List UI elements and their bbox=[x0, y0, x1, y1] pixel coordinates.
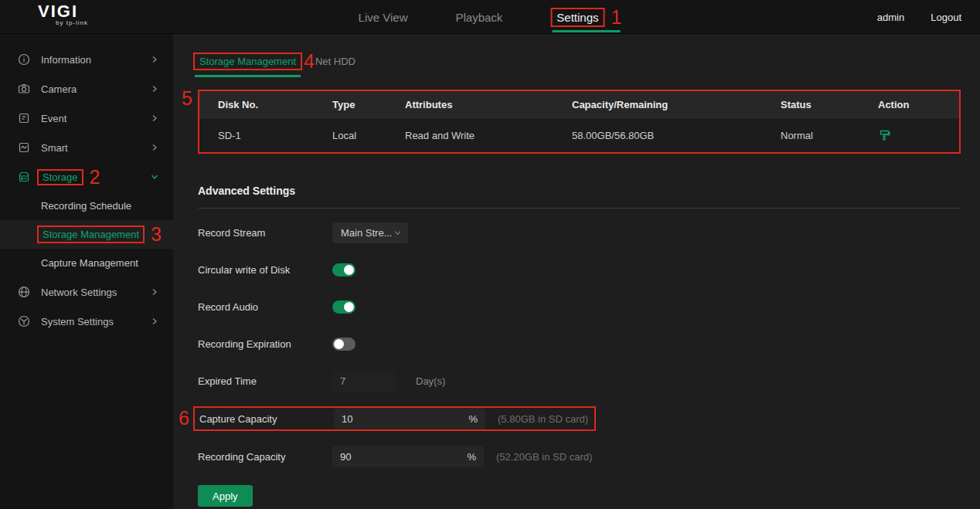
vigi-logo: VIGI by tp-link bbox=[23, 2, 93, 26]
tab-net-hdd[interactable]: Net HDD bbox=[315, 56, 356, 67]
col-action: Action bbox=[878, 99, 941, 110]
sidebar-item-label: Camera bbox=[41, 83, 77, 95]
circular-write-label: Circular write of Disk bbox=[198, 264, 332, 276]
tab-storage-management[interactable]: Storage Management bbox=[198, 53, 302, 70]
sidebar-subitem-label: Capture Management bbox=[41, 257, 138, 269]
cell-type: Local bbox=[332, 130, 405, 141]
disk-table: 5 Disk No. Type Attributes Capacity/Rema… bbox=[198, 90, 961, 154]
sidebar-item-capture-management[interactable]: Capture Management bbox=[0, 249, 173, 277]
recording-expiration-toggle[interactable] bbox=[332, 338, 356, 351]
sidebar-item-information[interactable]: Information bbox=[0, 45, 173, 74]
cell-capacity: 58.00GB/56.80GB bbox=[572, 130, 781, 141]
annotation-box-storage-management: Storage Management bbox=[37, 226, 145, 243]
nav-live-view-label: Live View bbox=[359, 11, 408, 24]
circular-write-toggle[interactable] bbox=[332, 263, 356, 277]
section-divider bbox=[198, 208, 961, 209]
recording-capacity-input[interactable] bbox=[340, 451, 467, 463]
cell-status: Normal bbox=[781, 130, 878, 141]
chevron-down-icon bbox=[150, 172, 159, 182]
record-stream-select[interactable]: Main Stre... bbox=[332, 222, 408, 243]
annotation-number-2: 2 bbox=[90, 168, 100, 187]
capture-capacity-field: % bbox=[334, 408, 485, 429]
capture-capacity-input[interactable] bbox=[342, 413, 468, 425]
sidebar-item-label: Event bbox=[41, 113, 66, 124]
sidebar-item-storage[interactable]: Storage 2 bbox=[0, 162, 173, 192]
logo-tagline: by tp-link bbox=[23, 19, 93, 26]
record-stream-label: Record Stream bbox=[198, 227, 332, 239]
cell-attributes: Read and Write bbox=[405, 130, 572, 141]
system-icon bbox=[17, 315, 30, 328]
main-content: Storage Management 4 Net HDD 5 Disk No. … bbox=[173, 34, 980, 509]
content-tabs: Storage Management 4 Net HDD bbox=[198, 51, 961, 71]
smart-icon bbox=[17, 141, 30, 154]
sidebar-item-camera[interactable]: Camera bbox=[0, 74, 173, 103]
annotation-box-tab: Storage Management bbox=[193, 53, 302, 70]
expired-time-label: Expired Time bbox=[198, 375, 332, 387]
apply-button[interactable]: Apply bbox=[198, 485, 253, 507]
sidebar: Information Camera Event Smart bbox=[0, 34, 173, 509]
col-attributes: Attributes bbox=[405, 99, 572, 110]
col-type: Type bbox=[332, 99, 405, 110]
annotation-number-4: 4 bbox=[304, 52, 315, 71]
top-header: VIGI by tp-link Live View Playback Setti… bbox=[0, 0, 980, 34]
record-audio-row: Record Audio bbox=[198, 295, 961, 318]
annotation-number-5: 5 bbox=[182, 89, 192, 108]
nav-playback-label: Playback bbox=[455, 11, 502, 24]
sidebar-item-network-settings[interactable]: Network Settings bbox=[0, 277, 173, 307]
logout-button[interactable]: Logout bbox=[931, 12, 961, 23]
record-stream-row: Record Stream Main Stre... bbox=[198, 221, 961, 244]
annotation-number-6: 6 bbox=[179, 409, 189, 428]
recording-capacity-label: Recording Capacity bbox=[198, 451, 332, 463]
capture-capacity-hint: (5.80GB in SD card) bbox=[498, 413, 588, 425]
chevron-right-icon bbox=[150, 55, 159, 64]
chevron-right-icon bbox=[150, 287, 159, 297]
record-audio-label: Record Audio bbox=[198, 301, 332, 313]
recording-expiration-label: Recording Expiration bbox=[198, 338, 332, 350]
sidebar-item-recording-schedule[interactable]: Recording Schedule bbox=[0, 192, 173, 220]
sidebar-item-system-settings[interactable]: System Settings bbox=[0, 307, 173, 336]
sidebar-item-label: Smart bbox=[41, 142, 68, 154]
annotation-box-capture-capacity: Capture Capacity % (5.80GB in SD card) bbox=[193, 406, 596, 431]
annotation-number-1: 1 bbox=[611, 8, 622, 27]
info-icon bbox=[17, 53, 30, 66]
username[interactable]: admin bbox=[877, 12, 904, 23]
expired-time-input[interactable] bbox=[332, 370, 396, 392]
camera-icon bbox=[17, 83, 30, 96]
nav-playback[interactable]: Playback bbox=[455, 0, 502, 34]
sidebar-item-smart[interactable]: Smart bbox=[0, 133, 173, 162]
toggle-knob bbox=[344, 302, 354, 312]
annotation-box-settings: Settings bbox=[550, 8, 604, 27]
top-navigation: Live View Playback Settings 1 bbox=[359, 0, 622, 34]
sidebar-item-label: Storage bbox=[43, 171, 78, 183]
sidebar-subitem-label: Recording Schedule bbox=[41, 200, 131, 212]
storage-icon bbox=[17, 171, 30, 184]
nav-settings[interactable]: Settings 1 bbox=[550, 0, 621, 34]
sidebar-subitem-label: Storage Management bbox=[43, 229, 139, 240]
event-icon bbox=[17, 112, 30, 125]
tab-label: Net HDD bbox=[315, 56, 356, 67]
sidebar-item-event[interactable]: Event bbox=[0, 103, 173, 133]
record-audio-toggle[interactable] bbox=[332, 300, 356, 314]
sidebar-item-storage-management[interactable]: Storage Management 3 bbox=[0, 220, 173, 249]
advanced-settings-form: Record Stream Main Stre... Circular writ… bbox=[198, 221, 961, 507]
header-user-area: admin Logout bbox=[877, 0, 961, 34]
chevron-right-icon bbox=[150, 317, 159, 326]
table-row: SD-1 Local Read and Write 58.00GB/56.80G… bbox=[199, 117, 959, 152]
advanced-settings-title: Advanced Settings bbox=[198, 185, 961, 197]
sidebar-item-label: Network Settings bbox=[41, 287, 117, 298]
recording-expiration-row: Recording Expiration bbox=[198, 332, 961, 355]
capture-capacity-row: 6 Capture Capacity % (5.80GB in SD card) bbox=[198, 406, 961, 431]
sidebar-item-label: System Settings bbox=[41, 316, 114, 327]
record-stream-value: Main Stre... bbox=[341, 227, 392, 239]
percent-suffix: % bbox=[468, 413, 478, 425]
capture-capacity-label: Capture Capacity bbox=[199, 413, 334, 425]
expired-time-unit: Day(s) bbox=[416, 375, 445, 387]
format-roller-icon[interactable] bbox=[878, 129, 941, 142]
toggle-knob bbox=[344, 265, 354, 275]
disk-table-header: Disk No. Type Attributes Capacity/Remain… bbox=[199, 91, 959, 117]
nav-live-view[interactable]: Live View bbox=[359, 0, 408, 34]
recording-capacity-hint: (52.20GB in SD card) bbox=[496, 451, 592, 463]
logo-text: VIGI bbox=[23, 2, 93, 21]
recording-capacity-field: % bbox=[332, 446, 484, 467]
toggle-knob bbox=[334, 339, 344, 349]
